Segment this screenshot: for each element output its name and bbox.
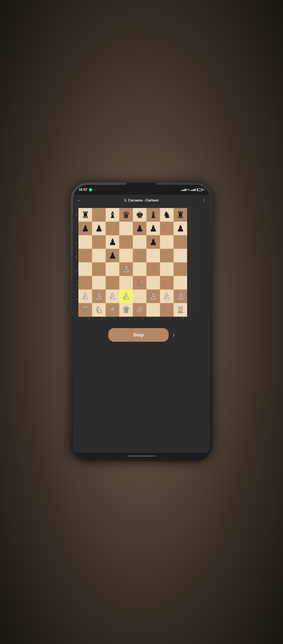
status-time: 16:57 <box>79 188 87 192</box>
board-cell[interactable] <box>79 276 92 290</box>
board-cell[interactable]: ♙ <box>160 290 174 303</box>
board-cell[interactable] <box>119 222 133 235</box>
board-cell[interactable]: ♙ <box>146 290 160 303</box>
board-cell[interactable] <box>133 249 146 262</box>
board-cell[interactable] <box>133 235 146 249</box>
board-cell[interactable] <box>133 262 146 276</box>
home-indicator <box>73 453 210 459</box>
board-cell[interactable]: ♙ <box>119 262 133 276</box>
file-d: d <box>122 317 136 320</box>
phone-screen: 16:57 ✓ ·· lll <box>73 185 210 459</box>
board-cell[interactable]: ♟ <box>106 235 119 249</box>
battery-icon <box>197 188 202 191</box>
board-cell[interactable] <box>160 235 174 249</box>
rank-2: 2 <box>75 292 78 306</box>
board-cell[interactable] <box>160 262 174 276</box>
board-cell[interactable]: ♙ <box>106 290 119 303</box>
board-cell[interactable] <box>146 276 160 290</box>
board-cell[interactable] <box>92 262 106 276</box>
rank-3: 3 <box>75 278 78 292</box>
board-cell[interactable] <box>160 303 174 317</box>
board-cell[interactable]: ♟ <box>92 222 106 235</box>
page-title: 1. Caruana - Carlsen <box>124 198 159 202</box>
board-cell[interactable]: ♝ <box>106 208 119 222</box>
next-button[interactable]: › <box>172 331 175 339</box>
board-wrapper: 8 7 6 5 4 3 2 1 ♜♝♛♚♝♞♜♟♟♟♟♟♟♟♟♙♘♙♙♙♙♙♙♙… <box>75 208 208 320</box>
board-cell[interactable] <box>92 276 106 290</box>
board-cell[interactable]: ♘ <box>92 303 106 317</box>
board-cell[interactable]: ♚ <box>133 208 146 222</box>
rank-1: 1 <box>75 307 78 320</box>
board-cell[interactable] <box>92 235 106 249</box>
board-cell[interactable] <box>119 249 133 262</box>
file-a: a <box>82 317 95 320</box>
rank-6: 6 <box>75 236 78 250</box>
board-cell[interactable]: ♖ <box>79 303 92 317</box>
board-cell[interactable]: ♞ <box>160 208 174 222</box>
board-cell[interactable] <box>119 276 133 290</box>
board-cell[interactable] <box>174 262 187 276</box>
home-bar <box>127 456 156 456</box>
board-cell[interactable] <box>146 249 160 262</box>
board-cell[interactable] <box>119 235 133 249</box>
board-cell[interactable]: ♘ <box>133 276 146 290</box>
board-cell[interactable]: ♟ <box>174 222 187 235</box>
board-cell[interactable] <box>160 276 174 290</box>
board-cell[interactable]: ♟ <box>133 222 146 235</box>
file-b: b <box>95 317 109 320</box>
board-cell[interactable] <box>79 262 92 276</box>
status-dots: ·· <box>94 188 95 191</box>
board-cell[interactable] <box>146 303 160 317</box>
board-cell[interactable] <box>174 249 187 262</box>
file-c: c <box>109 317 122 320</box>
app-header: ← 1. Caruana - Carlsen ⋮ <box>73 195 210 206</box>
signal-bars-2 <box>190 189 196 191</box>
board-cell[interactable] <box>92 249 106 262</box>
phone-notch <box>126 185 157 188</box>
board-cell[interactable] <box>92 208 106 222</box>
board-cell[interactable] <box>79 235 92 249</box>
rank-8: 8 <box>75 208 78 222</box>
file-h: h <box>177 317 190 320</box>
board-cell[interactable] <box>174 276 187 290</box>
file-e: e <box>136 317 150 320</box>
board-cell[interactable]: ♖ <box>174 303 187 317</box>
back-button[interactable]: ← <box>77 198 81 203</box>
board-cell[interactable] <box>174 235 187 249</box>
file-g: g <box>163 317 177 320</box>
controls-area: Stop › <box>73 320 210 453</box>
controls-row: Stop › <box>77 328 206 342</box>
file-f: f <box>150 317 163 320</box>
board-cell[interactable]: ♙ <box>174 290 187 303</box>
board-cell[interactable]: ♛ <box>119 208 133 222</box>
board-cell[interactable]: ♙ <box>79 290 92 303</box>
board-cell[interactable]: ♔ <box>133 303 146 317</box>
menu-button[interactable]: ⋮ <box>202 198 206 203</box>
board-cell[interactable]: ♝ <box>146 208 160 222</box>
file-labels: a b c d e f g h <box>82 317 190 320</box>
board-cell[interactable] <box>160 249 174 262</box>
board-cell[interactable] <box>160 222 174 235</box>
battery-fill <box>197 189 198 190</box>
board-cell[interactable]: ♙ <box>92 290 106 303</box>
board-cell[interactable] <box>106 276 119 290</box>
signal-bars-1 <box>181 189 186 191</box>
board-cell[interactable] <box>133 290 146 303</box>
board-cell[interactable]: ♟ <box>146 235 160 249</box>
board-cell[interactable]: ♟ <box>79 222 92 235</box>
board-cell[interactable]: ♜ <box>79 208 92 222</box>
board-cell[interactable]: ♗ <box>106 303 119 317</box>
board-cell[interactable] <box>146 262 160 276</box>
board-cell[interactable] <box>79 249 92 262</box>
signal-label-1: lll <box>187 189 189 191</box>
board-cell[interactable]: ♕ <box>119 303 133 317</box>
phone-device: 16:57 ✓ ·· lll <box>71 183 212 462</box>
board-cell[interactable]: ♙ <box>119 290 133 303</box>
board-cell[interactable]: ♟ <box>146 222 160 235</box>
board-cell[interactable] <box>106 262 119 276</box>
stop-button[interactable]: Stop <box>108 328 169 342</box>
board-cell[interactable]: ♟ <box>106 249 119 262</box>
board-cell[interactable]: ♜ <box>174 208 187 222</box>
board-cell[interactable] <box>106 222 119 235</box>
whatsapp-icon: ✓ <box>89 188 92 192</box>
